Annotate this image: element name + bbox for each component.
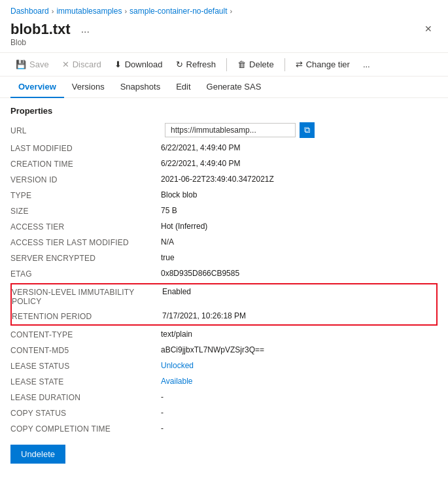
retention-period-row: RETENTION PERIOD 7/17/2021, 10:26:18 PM <box>12 309 436 324</box>
lease-status-value: Unlocked <box>161 361 438 370</box>
type-row: TYPE Block blob <box>0 188 448 203</box>
lease-status-label: LEASE STATUS <box>10 361 161 371</box>
type-value: Block blob <box>161 190 438 199</box>
breadcrumb-sep-3: › <box>230 7 233 15</box>
breadcrumb-dashboard[interactable]: Dashboard <box>10 7 49 16</box>
size-value: 75 B <box>161 206 438 215</box>
tab-generate-sas[interactable]: Generate SAS <box>199 77 269 98</box>
retention-period-value: 7/17/2021, 10:26:18 PM <box>162 311 436 320</box>
blob-type-label: Blob <box>0 38 448 52</box>
url-row: URL ⧉ <box>0 120 448 141</box>
section-properties-title: Properties <box>0 98 448 120</box>
copy-completion-time-row: COPY COMPLETION TIME - <box>0 421 448 437</box>
content-md5-value: aBCi9jjbxTL7NWpVZSjr3Q== <box>161 345 438 354</box>
size-row: SIZE 75 B <box>0 203 448 219</box>
delete-icon: 🗑 <box>237 60 246 69</box>
refresh-icon: ↻ <box>176 60 183 69</box>
content-type-value: text/plain <box>161 330 438 339</box>
url-input[interactable] <box>165 123 296 137</box>
access-tier-value: Hot (Inferred) <box>161 222 438 231</box>
creation-time-value: 6/22/2021, 4:49:40 PM <box>161 159 438 168</box>
etag-value: 0x8D935D866CB9585 <box>161 269 438 278</box>
server-encrypted-value: true <box>161 253 438 262</box>
title-row: blob1.txt ... ✕ <box>0 18 448 38</box>
breadcrumb-sep-1: › <box>52 7 54 15</box>
title-left: blob1.txt ... <box>10 21 94 38</box>
lease-state-value: Available <box>161 377 438 386</box>
copy-completion-time-value: - <box>161 424 438 433</box>
undelete-button[interactable]: Undelete <box>10 445 65 464</box>
version-id-row: VERSION ID 2021-06-22T23:49:40.3472021Z <box>0 172 448 188</box>
tabs-bar: Overview Versions Snapshots Edit Generat… <box>0 77 448 98</box>
save-button[interactable]: 💾 Save <box>10 57 54 72</box>
etag-row: ETAG 0x8D935D866CB9585 <box>0 266 448 282</box>
discard-icon: ✕ <box>62 60 69 69</box>
access-tier-last-modified-label: ACCESS TIER LAST MODIFIED <box>10 237 161 247</box>
content-md5-row: CONTENT-MD5 aBCi9jjbxTL7NWpVZSjr3Q== <box>0 343 448 358</box>
copy-completion-time-label: COPY COMPLETION TIME <box>10 424 161 434</box>
type-label: TYPE <box>10 190 161 200</box>
retention-period-label: RETENTION PERIOD <box>12 311 162 321</box>
server-encrypted-row: SERVER ENCRYPTED true <box>0 250 448 266</box>
page-title: blob1.txt <box>10 21 71 38</box>
server-encrypted-label: SERVER ENCRYPTED <box>10 253 161 263</box>
version-level-immutability-row: VERSION-LEVEL IMMUTABILITY POLICY Enable… <box>12 284 436 309</box>
tab-overview[interactable]: Overview <box>10 77 64 98</box>
title-ellipsis-button[interactable]: ... <box>77 22 94 37</box>
copy-status-row: COPY STATUS - <box>0 405 448 421</box>
version-id-label: VERSION ID <box>10 175 161 184</box>
toolbar: 💾 Save ✕ Discard ⬇ Download ↻ Refresh 🗑 … <box>0 52 448 77</box>
version-level-immutability-value: Enabled <box>162 287 436 296</box>
lease-status-row: LEASE STATUS Unlocked <box>0 358 448 374</box>
refresh-button[interactable]: ↻ Refresh <box>171 57 222 72</box>
toolbar-separator <box>226 58 227 71</box>
creation-time-label: CREATION TIME <box>10 159 161 169</box>
breadcrumb-container[interactable]: sample-container-no-default <box>129 7 227 16</box>
creation-time-row: CREATION TIME 6/22/2021, 4:49:40 PM <box>0 156 448 172</box>
tab-edit[interactable]: Edit <box>168 77 198 98</box>
content-type-label: CONTENT-TYPE <box>10 330 161 339</box>
copy-status-value: - <box>161 408 438 417</box>
breadcrumb-sep-2: › <box>124 7 127 15</box>
download-button[interactable]: ⬇ Download <box>109 57 168 72</box>
change-tier-button[interactable]: ⇄ Change tier <box>290 57 355 72</box>
url-label: URL <box>10 126 161 135</box>
size-label: SIZE <box>10 206 161 216</box>
copy-status-label: COPY STATUS <box>10 408 161 418</box>
lease-duration-label: LEASE DURATION <box>10 392 161 402</box>
download-icon: ⬇ <box>114 60 122 69</box>
etag-label: ETAG <box>10 269 161 279</box>
lease-duration-value: - <box>161 392 438 401</box>
tab-snapshots[interactable]: Snapshots <box>112 77 168 98</box>
delete-button[interactable]: 🗑 Delete <box>232 57 279 72</box>
more-button[interactable]: ... <box>358 57 375 72</box>
lease-duration-row: LEASE DURATION - <box>0 390 448 405</box>
content-type-row: CONTENT-TYPE text/plain <box>0 327 448 343</box>
breadcrumb: Dashboard › immutablesamples › sample-co… <box>0 0 448 18</box>
immutability-highlight-box: VERSION-LEVEL IMMUTABILITY POLICY Enable… <box>10 283 438 326</box>
copy-icon: ⧉ <box>304 125 310 135</box>
last-modified-label: LAST MODIFIED <box>10 143 161 153</box>
version-level-immutability-label: VERSION-LEVEL IMMUTABILITY POLICY <box>12 287 162 306</box>
url-copy-button[interactable]: ⧉ <box>300 122 315 138</box>
content-md5-label: CONTENT-MD5 <box>10 345 161 355</box>
lease-state-label: LEASE STATE <box>10 377 161 386</box>
access-tier-row: ACCESS TIER Hot (Inferred) <box>0 219 448 235</box>
save-icon: 💾 <box>16 60 26 69</box>
access-tier-label: ACCESS TIER <box>10 222 161 231</box>
toolbar-separator-2 <box>284 58 285 71</box>
access-tier-last-modified-value: N/A <box>161 237 438 247</box>
lease-state-row: LEASE STATE Available <box>0 374 448 390</box>
last-modified-value: 6/22/2021, 4:49:40 PM <box>161 143 438 152</box>
last-modified-row: LAST MODIFIED 6/22/2021, 4:49:40 PM <box>0 141 448 156</box>
breadcrumb-immutablesamples[interactable]: immutablesamples <box>56 7 122 16</box>
tab-versions[interactable]: Versions <box>64 77 112 98</box>
access-tier-last-modified-row: ACCESS TIER LAST MODIFIED N/A <box>0 235 448 250</box>
version-id-value: 2021-06-22T23:49:40.3472021Z <box>161 175 438 184</box>
discard-button[interactable]: ✕ Discard <box>57 57 107 72</box>
close-button[interactable]: ✕ <box>419 21 438 37</box>
change-tier-icon: ⇄ <box>296 60 303 69</box>
